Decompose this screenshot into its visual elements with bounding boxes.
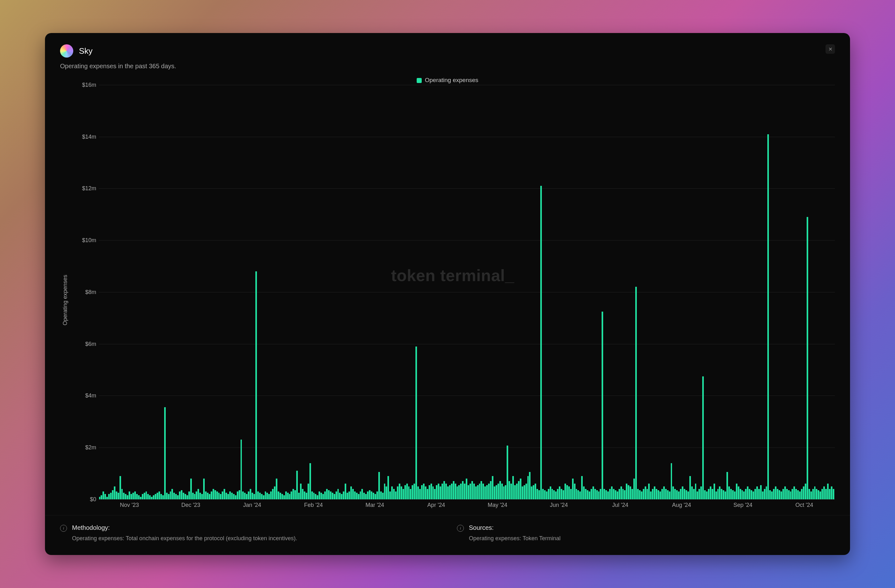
bar[interactable] [590,489,592,499]
bar[interactable] [431,483,432,499]
bar[interactable] [585,489,587,499]
bar[interactable] [522,486,523,499]
bar[interactable] [406,483,408,499]
bar[interactable] [120,476,121,499]
bar[interactable] [630,486,631,499]
bar[interactable] [349,491,350,499]
bar[interactable] [566,485,568,499]
bar[interactable] [773,489,775,499]
bar[interactable] [237,491,238,499]
bar[interactable] [328,490,329,499]
bar[interactable] [663,486,665,499]
bar[interactable] [821,489,823,499]
bar[interactable] [248,491,249,499]
bar[interactable] [767,134,769,499]
bar[interactable] [380,491,382,499]
bar[interactable] [643,489,644,499]
bar[interactable] [764,489,765,499]
bar[interactable] [769,490,771,499]
bar[interactable] [706,491,708,499]
bar[interactable] [414,483,415,499]
bar[interactable] [711,489,713,499]
bar[interactable] [250,489,251,499]
bar[interactable] [486,485,488,499]
bar[interactable] [438,483,439,499]
bar[interactable] [814,486,816,499]
bar[interactable] [201,494,203,499]
bar[interactable] [689,476,691,499]
bar[interactable] [261,494,262,499]
bar[interactable] [281,494,283,499]
bar[interactable] [805,483,806,499]
bar[interactable] [335,491,337,499]
bar[interactable] [581,476,583,499]
bar[interactable] [710,486,711,499]
bar[interactable] [803,486,804,499]
bar[interactable] [700,486,702,499]
bar[interactable] [715,491,717,499]
bar[interactable] [330,491,331,499]
bar[interactable] [730,489,732,499]
bar[interactable] [678,491,680,499]
bar[interactable] [404,485,406,499]
bar[interactable] [125,494,126,499]
bar[interactable] [177,495,179,499]
bar[interactable] [268,494,270,499]
bar[interactable] [190,479,192,499]
bar[interactable] [367,491,369,499]
bar[interactable] [244,493,246,499]
bar[interactable] [775,486,777,499]
bar[interactable] [399,483,400,499]
bar[interactable] [494,486,495,499]
bar[interactable] [797,490,799,499]
bar[interactable] [579,491,581,499]
bar[interactable] [242,491,244,499]
bar[interactable] [226,493,227,499]
bar[interactable] [266,493,268,499]
bar[interactable] [533,485,534,499]
bar[interactable] [771,491,773,499]
bar[interactable] [514,485,516,499]
bar[interactable] [196,491,197,499]
bar[interactable] [648,483,650,499]
bar[interactable] [587,490,589,499]
bar[interactable] [393,489,395,499]
bar[interactable] [369,490,370,499]
bar[interactable] [224,489,225,499]
bar[interactable] [749,489,750,499]
bar[interactable] [276,479,278,499]
bar[interactable] [568,486,570,499]
bar[interactable] [809,489,810,499]
bar[interactable] [187,495,188,499]
bar[interactable] [417,486,419,499]
bar[interactable] [106,497,108,499]
bar[interactable] [732,490,734,499]
bar[interactable] [641,491,642,499]
bar[interactable] [306,493,307,499]
bar[interactable] [395,491,397,499]
bar[interactable] [365,494,367,499]
bar[interactable] [203,479,205,499]
bar[interactable] [728,486,730,499]
bar[interactable] [620,486,622,499]
bar[interactable] [347,493,348,499]
bar[interactable] [166,493,168,499]
bar[interactable] [363,493,365,499]
bar[interactable] [553,490,555,499]
bar[interactable] [488,483,490,499]
bar[interactable] [400,486,402,499]
bar[interactable] [205,491,206,499]
bar[interactable] [496,485,497,499]
bar[interactable] [334,494,335,499]
bar[interactable] [116,491,117,499]
bar[interactable] [516,483,517,499]
bar[interactable] [831,486,833,499]
bar[interactable] [274,486,276,499]
bar[interactable] [425,486,426,499]
bar[interactable] [345,483,346,499]
bar[interactable] [477,485,479,499]
bar[interactable] [320,493,322,499]
bar[interactable] [296,471,298,499]
bar[interactable] [373,493,374,499]
bar[interactable] [429,485,430,499]
